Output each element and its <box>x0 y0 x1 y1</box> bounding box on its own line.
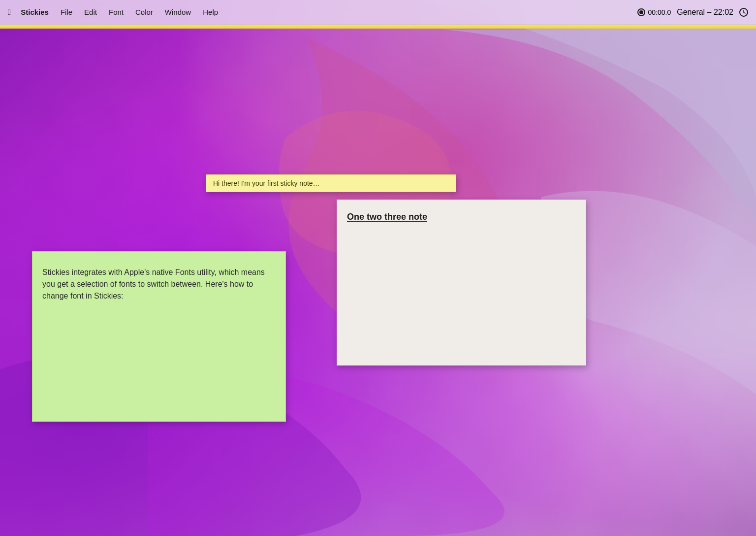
sticky-note-white[interactable]: One two three note <box>337 200 586 366</box>
menubar-app-name[interactable]: Stickies <box>16 6 54 18</box>
record-icon <box>637 8 645 16</box>
svg-line-1 <box>744 12 745 13</box>
record-dot <box>639 10 643 14</box>
menubar-color[interactable]: Color <box>130 6 158 18</box>
menubar-right: 00:00.0 General – 22:02 <box>637 8 748 17</box>
menubar-font[interactable]: Font <box>104 6 128 18</box>
record-button[interactable]: 00:00.0 <box>637 8 671 16</box>
apple-menu[interactable]:  <box>8 7 11 17</box>
yellow-bar <box>0 25 756 29</box>
menubar-left:  Stickies File Edit Font Color Window H… <box>8 6 637 18</box>
menubar:  Stickies File Edit Font Color Window H… <box>0 0 756 25</box>
sticky-green-content: Stickies integrates with Apple's native … <box>42 267 276 302</box>
sticky-yellow-text: Hi there! I'm your first sticky note… <box>213 179 449 187</box>
menubar-edit[interactable]: Edit <box>79 6 102 18</box>
sticky-note-green[interactable]: Stickies integrates with Apple's native … <box>32 251 286 422</box>
menubar-file[interactable]: File <box>56 6 77 18</box>
timer-display: 00:00.0 <box>648 8 671 16</box>
sticky-note-yellow[interactable]: Hi there! I'm your first sticky note… <box>206 174 456 192</box>
sticky-white-title: One two three note <box>347 212 576 222</box>
general-time-display: General – 22:02 <box>677 8 733 17</box>
menubar-window[interactable]: Window <box>160 6 196 18</box>
menubar-help[interactable]: Help <box>198 6 223 18</box>
clock-icon[interactable] <box>739 8 748 17</box>
